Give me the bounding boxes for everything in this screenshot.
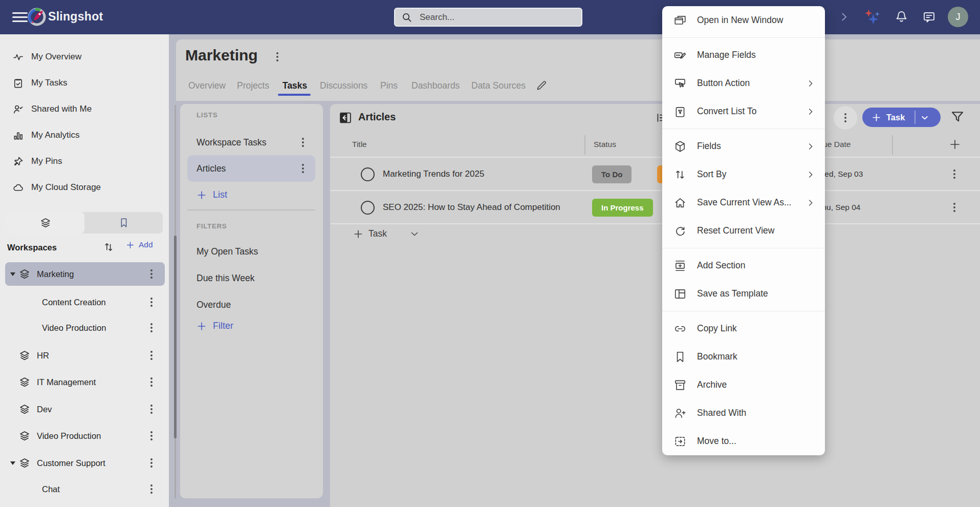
menu-item-save-as-template[interactable]: Save as Template	[662, 280, 825, 308]
filter-item-my-open-tasks[interactable]: My Open Tasks	[187, 240, 315, 263]
workspace-item-content-creation[interactable]: Content Creation	[5, 290, 165, 314]
list-item-workspace-tasks[interactable]: Workspace Tasks	[187, 131, 315, 154]
sidebar-item-my-pins[interactable]: My Pins	[0, 150, 169, 173]
workspace-item-it-management[interactable]: IT Management	[5, 370, 165, 394]
workspace-kebab-icon[interactable]	[150, 408, 153, 410]
user-avatar[interactable]: J	[948, 7, 968, 27]
row-kebab-icon[interactable]	[953, 173, 955, 175]
status-badge[interactable]: To Do	[592, 165, 631, 183]
menu-item-sort-by[interactable]: Sort By	[662, 160, 825, 188]
column-divider[interactable]	[584, 135, 585, 155]
tab-discussions[interactable]: Discussions	[320, 80, 367, 91]
add-workspace-button[interactable]: Add	[126, 240, 153, 249]
notifications-bell-icon[interactable]	[895, 10, 908, 24]
task-complete-circle[interactable]	[361, 201, 375, 215]
workspace-item-customer-support[interactable]: Customer Support	[5, 451, 165, 475]
menu-item-archive[interactable]: Archive	[662, 371, 825, 399]
workspace-item-marketing[interactable]: Marketing	[5, 262, 165, 286]
task-title[interactable]: SEO 2025: How to Stay Ahead of Competiti…	[383, 202, 560, 213]
workspace-label: HR	[37, 351, 49, 361]
layers-icon	[18, 268, 31, 280]
sidebar-item-my-overview[interactable]: My Overview	[0, 46, 169, 68]
task-title[interactable]: Marketing Trends for 2025	[383, 169, 484, 179]
workspace-item-dev[interactable]: Dev	[5, 397, 165, 421]
menu-item-move-to[interactable]: Move to...	[662, 427, 825, 455]
workspace-kebab-icon[interactable]	[150, 488, 153, 490]
sidebar-item-label: My Tasks	[31, 78, 68, 88]
column-header-title[interactable]: Title	[352, 140, 367, 149]
caret-down-icon[interactable]	[10, 461, 15, 465]
filter-item-due-this-week[interactable]: Due this Week	[187, 266, 315, 290]
tab-data-sources[interactable]: Data Sources	[471, 80, 526, 91]
bookmarks-toggle-tab[interactable]	[84, 212, 163, 234]
messages-icon[interactable]	[922, 10, 936, 24]
menu-item-button-action[interactable]: Button Action	[662, 69, 825, 97]
search-bar[interactable]	[394, 8, 582, 27]
caret-down-icon[interactable]	[10, 272, 15, 276]
tab-tasks[interactable]: Tasks	[282, 80, 307, 91]
workspace-kebab-icon[interactable]	[150, 273, 153, 275]
tab-projects[interactable]: Projects	[237, 80, 269, 91]
list-kebab-icon[interactable]	[302, 167, 304, 170]
add-list-button[interactable]: List	[197, 189, 227, 200]
menu-item-open-in-new-window[interactable]: Open in New Window	[662, 6, 825, 34]
status-badge[interactable]: In Progress	[592, 199, 653, 217]
filter-funnel-icon[interactable]	[950, 109, 965, 124]
edit-tabs-pencil-icon[interactable]	[535, 79, 548, 92]
workspace-kebab-icon[interactable]	[150, 301, 153, 303]
move-to-icon	[673, 435, 687, 448]
new-task-button[interactable]: Task	[862, 108, 941, 127]
workspace-item-video-production-child[interactable]: Video Production	[5, 316, 165, 340]
column-header-status[interactable]: Status	[594, 140, 616, 149]
table-options-kebab-button[interactable]	[834, 106, 857, 130]
workspace-kebab-icon[interactable]	[150, 435, 153, 437]
workspaces-toggle-tab[interactable]	[6, 212, 84, 234]
task-row[interactable]: SEO 2025: How to Stay Ahead of Competiti…	[330, 191, 980, 224]
search-input[interactable]	[419, 12, 562, 23]
sort-workspaces-icon[interactable]	[102, 241, 115, 253]
page-title-kebab-icon[interactable]	[276, 56, 278, 58]
tab-pins[interactable]: Pins	[380, 80, 398, 91]
menu-item-manage-fields[interactable]: Manage Fields	[662, 41, 825, 69]
add-task-button[interactable]: Task	[353, 228, 387, 239]
row-kebab-icon[interactable]	[953, 206, 955, 208]
menu-item-reset-current-view[interactable]: Reset Current View	[662, 217, 825, 245]
menu-item-fields[interactable]: Fields	[662, 132, 825, 160]
menu-item-convert-list-to[interactable]: Convert List To	[662, 97, 825, 125]
filter-item-overdue[interactable]: Overdue	[187, 293, 315, 316]
tab-dashboards[interactable]: Dashboards	[411, 80, 460, 91]
task-dropdown-chevron-icon[interactable]	[920, 113, 929, 122]
sidebar-item-my-tasks[interactable]: My Tasks	[0, 72, 169, 94]
sidebar-item-my-analytics[interactable]: My Analytics	[0, 124, 169, 146]
task-complete-circle[interactable]	[361, 167, 375, 181]
menu-item-label: Sort By	[697, 169, 807, 180]
list-item-articles[interactable]: Articles	[187, 155, 315, 182]
workspace-kebab-icon[interactable]	[150, 327, 153, 329]
workspace-kebab-icon[interactable]	[150, 462, 153, 464]
menu-item-add-section[interactable]: Add Section	[662, 251, 825, 280]
menu-item-bookmark[interactable]: Bookmark	[662, 343, 825, 371]
workspace-kebab-icon[interactable]	[150, 381, 153, 383]
menu-item-label: Convert List To	[697, 106, 807, 117]
menu-item-save-current-view-as[interactable]: Save Current View As...	[662, 188, 825, 217]
column-divider[interactable]	[892, 135, 893, 155]
tab-overview[interactable]: Overview	[188, 80, 226, 91]
add-column-icon[interactable]	[949, 138, 961, 151]
list-kebab-icon[interactable]	[302, 141, 304, 143]
hamburger-menu-icon[interactable]	[12, 12, 28, 22]
chevron-right-icon[interactable]	[838, 11, 850, 23]
workspace-item-video-production[interactable]: Video Production	[5, 424, 165, 448]
collapse-panel-icon[interactable]	[338, 111, 353, 125]
task-row[interactable]: Marketing Trends for 2025 To Do Wed, Sep…	[330, 158, 980, 191]
workspace-kebab-icon[interactable]	[150, 354, 153, 356]
sidebar-item-shared-with-me[interactable]: Shared with Me	[0, 98, 169, 120]
sidebar-scrollbar-thumb[interactable]	[174, 236, 177, 438]
add-filter-button[interactable]: Filter	[197, 321, 233, 331]
workspace-item-chat[interactable]: Chat	[5, 477, 165, 501]
sidebar-item-my-cloud-storage[interactable]: My Cloud Storage	[0, 176, 169, 199]
menu-item-shared-with[interactable]: Shared With	[662, 399, 825, 427]
workspace-item-hr[interactable]: HR	[5, 344, 165, 367]
add-task-chevron-icon[interactable]	[409, 229, 420, 239]
ai-sparkles-icon[interactable]	[863, 8, 880, 26]
menu-item-copy-link[interactable]: Copy Link	[662, 314, 825, 343]
